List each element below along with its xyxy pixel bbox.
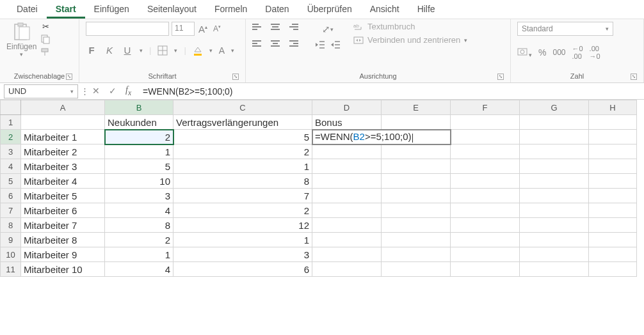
cell[interactable] xyxy=(589,218,637,233)
cell[interactable] xyxy=(589,247,637,262)
name-box[interactable]: UND▾ xyxy=(4,84,78,98)
cell[interactable] xyxy=(382,218,451,233)
cell[interactable] xyxy=(520,144,589,159)
align-center-icon[interactable] xyxy=(270,38,280,49)
cell[interactable] xyxy=(520,130,589,144)
cell[interactable]: 8 xyxy=(105,218,173,233)
cell[interactable]: 10 xyxy=(105,174,173,189)
formula-input[interactable] xyxy=(138,85,644,98)
cell[interactable] xyxy=(451,262,520,277)
cell[interactable] xyxy=(451,130,520,144)
cell[interactable] xyxy=(382,233,451,247)
cell[interactable] xyxy=(451,144,520,159)
row-header[interactable]: 8 xyxy=(1,218,21,233)
row-header[interactable]: 9 xyxy=(1,233,21,247)
col-header-G[interactable]: G xyxy=(520,100,589,115)
align-left-icon[interactable] xyxy=(252,38,262,49)
cell[interactable]: Bonus xyxy=(312,115,382,130)
cell[interactable]: Mitarbeiter 1 xyxy=(21,130,105,144)
cell[interactable] xyxy=(382,115,451,130)
tab-daten[interactable]: Daten xyxy=(256,0,298,19)
cell[interactable] xyxy=(520,174,589,189)
tab-start[interactable]: Start xyxy=(47,0,85,19)
cell[interactable]: 4 xyxy=(105,203,173,218)
row-header[interactable]: 3 xyxy=(1,144,21,159)
fontcolor-dropdown-icon[interactable]: ▾ xyxy=(231,47,234,54)
grow-font-icon[interactable]: A▴ xyxy=(197,24,209,35)
cell[interactable] xyxy=(451,115,520,130)
bold-button[interactable]: F xyxy=(86,45,97,56)
clipboard-launcher-icon[interactable]: ⤡ xyxy=(66,74,72,80)
cell[interactable] xyxy=(312,144,382,159)
row-header[interactable]: 1 xyxy=(1,115,21,130)
cell[interactable]: 1 xyxy=(105,247,173,262)
cell[interactable] xyxy=(312,233,382,247)
tab-formeln[interactable]: Formeln xyxy=(205,0,256,19)
align-launcher-icon[interactable]: ⤡ xyxy=(497,74,504,80)
col-header-E[interactable]: E xyxy=(382,100,451,115)
cell[interactable]: Mitarbeiter 6 xyxy=(21,203,105,218)
cell[interactable]: 5 xyxy=(173,130,312,144)
shrink-font-icon[interactable]: A▾ xyxy=(211,24,223,33)
col-header-B[interactable]: B xyxy=(105,100,173,115)
align-top-right-icon[interactable] xyxy=(288,22,298,32)
cell[interactable]: Mitarbeiter 7 xyxy=(21,218,105,233)
number-format-select[interactable]: Standard▾ xyxy=(517,22,613,36)
cancel-formula-icon[interactable]: ✕ xyxy=(92,86,100,96)
font-name-input[interactable] xyxy=(86,22,169,36)
cell[interactable] xyxy=(312,159,382,174)
cell[interactable] xyxy=(312,189,382,203)
cell[interactable]: 2 xyxy=(173,203,312,218)
merge-dropdown-icon[interactable]: ▾ xyxy=(464,37,467,43)
row-header[interactable]: 10 xyxy=(1,247,21,262)
number-launcher-icon[interactable]: ⤡ xyxy=(631,74,637,80)
cell-B2-selected[interactable]: 2 xyxy=(105,130,173,144)
cell[interactable] xyxy=(589,189,637,203)
cell[interactable]: 1 xyxy=(105,144,173,159)
cell[interactable] xyxy=(589,174,637,189)
row-header[interactable]: 7 xyxy=(1,203,21,218)
select-all-corner[interactable] xyxy=(1,100,21,115)
cell[interactable] xyxy=(589,130,637,144)
tab-datei[interactable]: Datei xyxy=(8,0,47,19)
cell[interactable]: 5 xyxy=(105,159,173,174)
cell[interactable]: Neukunden xyxy=(105,115,173,130)
cell-D2-editing[interactable]: =WENN(B2>=5;100;0) xyxy=(312,130,451,144)
increase-indent-icon[interactable] xyxy=(330,40,341,49)
tab-ansicht[interactable]: Ansicht xyxy=(361,0,408,19)
col-header-C[interactable]: C xyxy=(173,100,312,115)
cell[interactable] xyxy=(520,218,589,233)
increase-decimal-icon[interactable]: ←0.00 xyxy=(572,45,583,60)
border-icon[interactable] xyxy=(157,45,168,56)
cell[interactable] xyxy=(382,144,451,159)
align-top-left-icon[interactable] xyxy=(252,22,262,32)
cell[interactable] xyxy=(382,174,451,189)
clipboard-icon[interactable] xyxy=(13,22,31,42)
tab-ueberpruefen[interactable]: Überprüfen xyxy=(298,0,361,19)
cell[interactable]: 2 xyxy=(105,233,173,247)
cell[interactable] xyxy=(589,262,637,277)
fx-icon[interactable]: fx xyxy=(125,85,131,97)
paste-dropdown-icon[interactable]: ▾ xyxy=(20,51,23,58)
cell[interactable] xyxy=(451,159,520,174)
cell[interactable] xyxy=(312,203,382,218)
cell[interactable] xyxy=(382,159,451,174)
row-header[interactable]: 2 xyxy=(1,130,21,144)
cell[interactable]: 3 xyxy=(105,189,173,203)
row-header[interactable]: 6 xyxy=(1,189,21,203)
cell[interactable]: Mitarbeiter 2 xyxy=(21,144,105,159)
tab-einfuegen[interactable]: Einfügen xyxy=(85,0,138,19)
wrap-text-button[interactable]: ab Textumbruch xyxy=(353,22,467,31)
cell[interactable]: Mitarbeiter 9 xyxy=(21,247,105,262)
cell[interactable]: 4 xyxy=(105,262,173,277)
cell[interactable]: 6 xyxy=(173,262,312,277)
cell[interactable] xyxy=(520,247,589,262)
copy-icon[interactable] xyxy=(40,34,51,44)
cell[interactable]: 1 xyxy=(173,233,312,247)
tab-seitenlayout[interactable]: Seitenlayout xyxy=(138,0,205,19)
cell[interactable] xyxy=(382,203,451,218)
italic-button[interactable]: K xyxy=(104,45,115,56)
accept-formula-icon[interactable]: ✓ xyxy=(109,86,117,96)
cell[interactable] xyxy=(589,233,637,247)
cell[interactable] xyxy=(589,115,637,130)
